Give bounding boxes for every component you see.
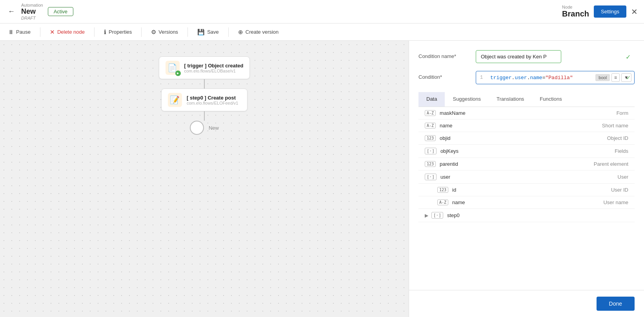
condition-row: Condition* 1 trigger.user.name="Padilla"… — [418, 71, 635, 84]
header-left: ← Automation New DRAFT Active — [6, 3, 73, 20]
condition-name-check-icon: ✓ — [626, 53, 631, 60]
step0-node-icon: 📝 — [168, 93, 182, 107]
data-tabs: Data Suggestions Translations Functions — [418, 92, 635, 107]
close-button[interactable]: ✕ — [631, 7, 638, 16]
step0-node-info: [ step0 ] Create post com.elo.flows/ELOF… — [187, 95, 238, 105]
data-table: A-Z maskName Form A-Z name Short name 12… — [418, 107, 635, 222]
type-badge-az-2: A-Z — [425, 123, 436, 129]
data-field-desc-7: User ID — [611, 187, 628, 193]
flow-node-step0: 📝 [ step0 ] Create post com.elo.flows/EL… — [161, 89, 247, 121]
data-field-name-4: objKeys — [440, 148, 615, 154]
data-field-desc-5: Parent element — [594, 161, 628, 167]
data-row-name[interactable]: A-Z name Short name — [418, 120, 635, 132]
format-button[interactable]: ≡ — [611, 73, 620, 82]
back-button[interactable]: ← — [6, 6, 16, 17]
data-row-step0[interactable]: ▶ [·] step0 — [418, 209, 635, 222]
save-label: Save — [207, 29, 219, 35]
versions-icon: ⚙ — [151, 29, 156, 36]
bool-button[interactable]: bool — [595, 74, 610, 81]
delete-label: Delete node — [57, 29, 85, 35]
data-field-name: maskName — [440, 110, 617, 116]
tab-translations[interactable]: Translations — [489, 92, 532, 107]
expand-step0-icon[interactable]: ▶ — [425, 213, 428, 218]
type-badge-num-3: 123 — [437, 187, 448, 193]
tab-data[interactable]: Data — [418, 92, 445, 107]
data-row-objid[interactable]: 123 objid Object ID — [418, 132, 635, 145]
data-field-name-3: objid — [440, 135, 607, 141]
data-row-user-id[interactable]: 123 id User ID — [418, 184, 635, 196]
data-field-name-6: user — [440, 174, 618, 180]
data-row-user-name[interactable]: A-Z name User name — [418, 196, 635, 209]
data-field-name-7: id — [452, 187, 611, 193]
toolbar-divider-3 — [141, 27, 142, 37]
connector-2 — [204, 111, 205, 121]
data-row-maskname[interactable]: A-Z maskName Form — [418, 107, 635, 120]
data-row-user[interactable]: [·] user User — [418, 170, 635, 184]
condition-label: Condition* — [418, 71, 469, 80]
delete-node-button[interactable]: ✕ Delete node — [50, 29, 85, 36]
flow-canvas[interactable]: 📄 ▶ [ trigger ] Object created com.elo.f… — [0, 41, 409, 317]
data-field-name-8: name — [452, 199, 603, 205]
type-badge-bracket-3: [·] — [431, 212, 443, 219]
properties-label: Properties — [109, 29, 132, 35]
trigger-node-card[interactable]: 📄 ▶ [ trigger ] Object created com.elo.f… — [159, 56, 250, 79]
data-row-parentid[interactable]: 123 parentid Parent element — [418, 158, 635, 170]
new-node-circle[interactable] — [190, 121, 204, 135]
data-field-desc: Form — [617, 110, 628, 116]
tab-suggestions[interactable]: Suggestions — [445, 92, 489, 107]
condition-name-input[interactable] — [476, 50, 561, 63]
line-number: 1 — [480, 75, 486, 80]
toolbar-divider-4 — [187, 27, 188, 37]
play-badge: ▶ — [175, 71, 181, 76]
tab-functions[interactable]: Functions — [532, 92, 569, 107]
automation-label: Automation — [21, 3, 43, 7]
trigger-node-sub: com.elo.flows/ELOBase/v1 — [184, 69, 244, 73]
settings-button[interactable]: Settings — [594, 5, 626, 18]
info-icon: ℹ — [104, 29, 106, 36]
draft-label: DRAFT — [21, 16, 43, 20]
code-editor-actions: bool ≡ ▼ — [595, 73, 631, 82]
code-editor[interactable]: 1 trigger.user.name="Padilla" ✓ bool ≡ ▼ — [476, 71, 635, 84]
save-icon: 💾 — [197, 29, 205, 36]
right-panel: Condition name* ✓ Condition* 1 — [409, 41, 644, 317]
create-version-icon: ⊕ — [238, 29, 243, 36]
data-field-desc-2: Short name — [602, 123, 628, 129]
data-field-desc-3: Object ID — [607, 135, 628, 141]
main-area: 📄 ▶ [ trigger ] Object created com.elo.f… — [0, 41, 644, 317]
step0-node-label: [ step0 ] Create post — [187, 95, 238, 101]
data-field-desc-6: User — [618, 174, 628, 180]
done-button[interactable]: Done — [597, 297, 635, 311]
data-field-name-5: parentid — [440, 161, 594, 167]
condition-name-wrapper: ✓ — [476, 50, 635, 63]
trigger-node-label: [ trigger ] Object created — [184, 63, 244, 69]
flow-node-trigger: 📄 ▶ [ trigger ] Object created com.elo.f… — [159, 56, 250, 89]
condition-name-row: Condition name* ✓ — [418, 50, 635, 63]
properties-button[interactable]: ℹ Properties — [104, 29, 132, 36]
step0-node-sub: com.elo.flows/ELOFeed/v1 — [187, 101, 238, 105]
type-badge-az-3: A-Z — [437, 199, 448, 205]
node-label: Node — [562, 5, 589, 9]
create-version-button[interactable]: ⊕ Create version — [238, 29, 279, 36]
right-panel-body: Condition name* ✓ Condition* 1 — [409, 41, 644, 290]
data-field-desc-8: User name — [603, 199, 628, 205]
data-field-name-2: name — [440, 123, 602, 129]
node-title: Branch — [562, 9, 589, 18]
delete-icon: ✕ — [50, 29, 55, 36]
step0-node-card[interactable]: 📝 [ step0 ] Create post com.elo.flows/EL… — [161, 89, 247, 111]
pause-button[interactable]: ⏸ Pause — [8, 29, 31, 35]
toolbar: ⏸ Pause ✕ Delete node ℹ Properties ⚙ Ver… — [0, 24, 644, 41]
save-button[interactable]: 💾 Save — [197, 29, 219, 36]
type-badge-az: A-Z — [425, 110, 436, 116]
new-node-label: New — [209, 125, 219, 131]
data-field-desc-4: Fields — [615, 148, 628, 154]
right-panel-footer: Done — [409, 290, 644, 317]
expand-button[interactable]: ▼ — [621, 73, 631, 82]
toolbar-divider-1 — [40, 27, 40, 37]
data-row-objkeys[interactable]: [·] objKeys Fields — [418, 145, 635, 158]
header-meta: Automation New DRAFT — [21, 3, 43, 20]
versions-button[interactable]: ⚙ Versions — [151, 29, 178, 36]
flow-nodes: 📄 ▶ [ trigger ] Object created com.elo.f… — [159, 56, 250, 135]
type-badge-bracket-2: [·] — [425, 174, 437, 180]
create-version-label: Create version — [246, 29, 279, 35]
connector-1 — [204, 79, 205, 89]
